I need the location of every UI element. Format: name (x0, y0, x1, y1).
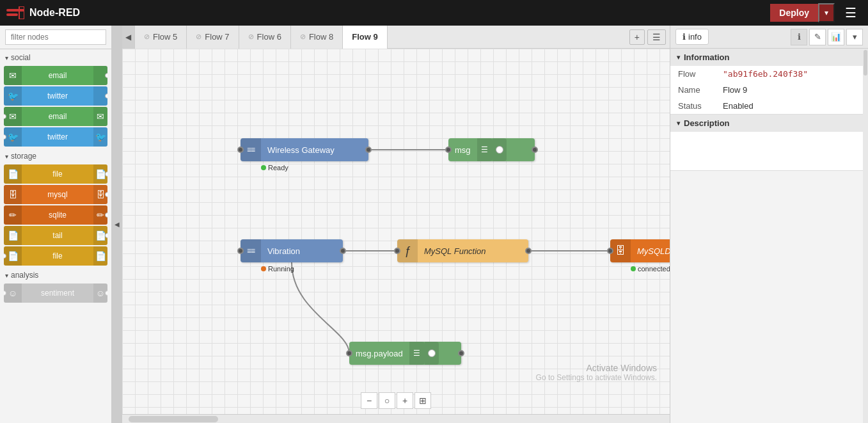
info-toolbar-chart-btn[interactable]: 📊 (828, 29, 844, 45)
fit-button[interactable]: ⊞ (414, 392, 431, 409)
info-toolbar-edit-btn[interactable]: ✎ (809, 29, 826, 45)
node-port-right: ✉ (93, 107, 107, 126)
info-tab-label: info (688, 32, 702, 42)
sidebar-collapse-button[interactable]: ◀ (112, 26, 122, 423)
list-item[interactable]: 🐦 twitter 🐦 (4, 127, 107, 147)
info-tab-icon: ℹ (683, 32, 686, 42)
node-msg-payload[interactable]: msg.payload ☰ (349, 342, 461, 365)
mysql-database-status: connected (631, 265, 670, 273)
zoom-reset-button[interactable]: ○ (379, 392, 395, 409)
node-label: sentiment (22, 289, 93, 298)
port-right-msg (532, 147, 538, 153)
node-label: twitter (22, 92, 93, 100)
search-input[interactable] (5, 29, 106, 45)
sidebar-search-area (0, 26, 111, 49)
sentiment-icon: ☺ (4, 283, 22, 303)
info-toolbar-dropdown-btn[interactable]: ▾ (846, 29, 863, 45)
info-toolbar-info-btn[interactable]: ℹ (791, 29, 807, 45)
tab-label-flow6: Flow 6 (257, 32, 281, 42)
node-label: mysql (22, 190, 93, 199)
flow-value-text: "ab91f6eb.240f38" (723, 69, 808, 79)
node-label: sqlite (22, 211, 93, 219)
tab-flow6[interactable]: ⊘ Flow 6 (239, 26, 291, 49)
list-item[interactable]: 🗄 mysql 🗄 (4, 185, 107, 204)
main-layout: social ✉ email 🐦 twitter ✉ email ✉ (0, 26, 868, 423)
port-dot-right (105, 172, 107, 177)
canvas[interactable]: ≡≡ Wireless Gateway Ready msg ☰ (122, 49, 670, 414)
list-item[interactable]: 📄 tail 📄 (4, 226, 107, 245)
list-item[interactable]: ✉ email (4, 66, 107, 85)
status-label: Status (670, 98, 715, 114)
node-msg[interactable]: msg ☰ (448, 138, 535, 161)
list-item[interactable]: 📄 file 📄 (4, 246, 107, 266)
tab-collapse-button[interactable]: ◀ (122, 26, 135, 49)
port-left-msgpayload (346, 350, 352, 356)
status-text-mysqldb: connected (638, 265, 670, 273)
status-text-vibration: Running (268, 265, 294, 273)
port-dot-right (105, 192, 107, 197)
node-label: file (22, 170, 93, 179)
tab-icon-flow8: ⊘ (300, 33, 306, 41)
wireless-gateway-status: Ready (261, 164, 288, 172)
status-dot-wireless (261, 165, 266, 170)
menu-button[interactable]: ☰ (840, 3, 862, 23)
status-dot-vibration (261, 266, 266, 271)
tab-flow9[interactable]: Flow 9 (343, 26, 387, 49)
node-label: email (22, 112, 93, 121)
right-panel: ℹ info ℹ ✎ 📊 ▾ Information Flow "ab91f6e… (670, 26, 868, 423)
port-right-mysql-func (525, 248, 532, 254)
tab-flow5[interactable]: ⊘ Flow 5 (135, 26, 187, 49)
info-row-name: Name Flow 9 (670, 82, 868, 98)
list-item[interactable]: 📄 file 📄 (4, 164, 107, 184)
activate-windows-watermark: Activate Windows Go to Settings to activ… (536, 363, 657, 382)
tab-label-flow9: Flow 9 (352, 32, 377, 42)
node-port-right: 🐦 (93, 127, 107, 147)
logo: Node-RED (6, 6, 80, 19)
tab-menu-button[interactable]: ☰ (647, 29, 666, 45)
section-storage[interactable]: storage (0, 148, 111, 163)
email-icon-left2: ✉ (4, 107, 22, 126)
list-item[interactable]: ✏ sqlite ✏ (4, 205, 107, 225)
info-row-status: Status Enabled (670, 98, 868, 114)
svg-rect-2 (19, 6, 24, 19)
svg-rect-1 (6, 13, 18, 16)
description-content (670, 132, 868, 170)
right-panel-toolbar: ℹ ✎ 📊 ▾ (791, 29, 863, 45)
port-left-wireless (237, 147, 244, 153)
node-label: email (22, 71, 93, 80)
canvas-scrollbar-horizontal[interactable] (122, 414, 670, 423)
info-row-flow: Flow "ab91f6eb.240f38" (670, 66, 868, 82)
mysql-function-label: MySQL Function (418, 246, 493, 256)
deploy-button[interactable]: Deploy (770, 4, 818, 22)
right-panel-scrollbar[interactable] (863, 49, 868, 423)
information-section-header[interactable]: Information (670, 49, 868, 66)
msg-payload-label: msg.payload (349, 349, 409, 358)
node-wireless-gateway[interactable]: ≡≡ Wireless Gateway Ready (241, 138, 368, 161)
scrollbar-thumb-horizontal (129, 416, 218, 422)
tab-flow8[interactable]: ⊘ Flow 8 (291, 26, 343, 49)
zoom-in-button[interactable]: + (397, 392, 413, 409)
app-title: Node-RED (29, 7, 80, 19)
tab-icon-flow5: ⊘ (144, 33, 150, 41)
zoom-out-button[interactable]: − (361, 392, 377, 409)
node-label: tail (22, 231, 93, 240)
list-item[interactable]: ✉ email ✉ (4, 107, 107, 126)
list-item[interactable]: ☺ sentiment ☺ (4, 283, 107, 303)
info-section-information: Information Flow "ab91f6eb.240f38" Name … (670, 49, 868, 115)
mysql-database-label: MySQLDatabase (631, 246, 670, 256)
description-section-header[interactable]: Description (670, 115, 868, 132)
status-dot-mysqldb (631, 266, 636, 271)
node-mysql-database[interactable]: 🗄 MySQLDatabase connected (610, 239, 670, 262)
section-social[interactable]: social (0, 49, 111, 65)
sidebar-content: social ✉ email 🐦 twitter ✉ email ✉ (0, 49, 111, 423)
node-vibration[interactable]: ≡≡ Vibration Running (241, 239, 343, 262)
right-tab-info[interactable]: ℹ info (675, 29, 709, 45)
deploy-dropdown-button[interactable]: ▾ (818, 3, 835, 22)
node-mysql-function[interactable]: ƒ MySQL Function (397, 239, 528, 262)
tabs-actions: + ☰ (626, 29, 670, 45)
status-value: Enabled (715, 98, 868, 114)
add-tab-button[interactable]: + (629, 29, 645, 45)
tab-flow7[interactable]: ⊘ Flow 7 (187, 26, 239, 49)
section-analysis[interactable]: analysis (0, 267, 111, 282)
list-item[interactable]: 🐦 twitter (4, 86, 107, 106)
